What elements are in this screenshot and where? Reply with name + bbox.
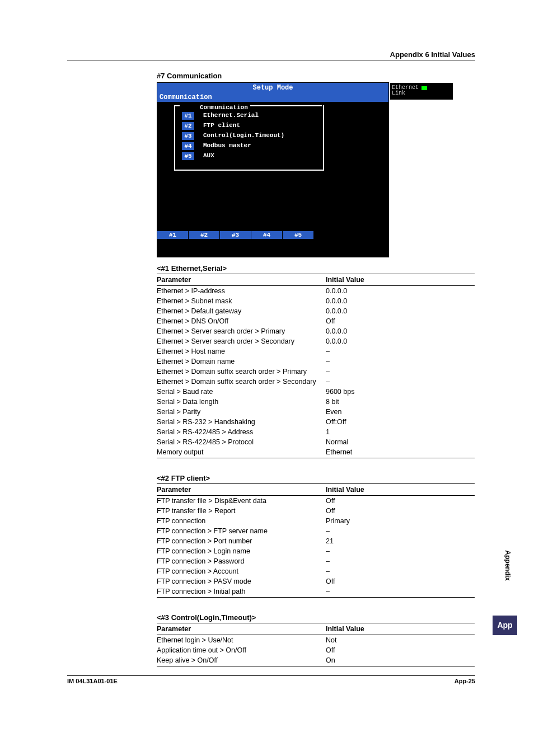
menu-legend: Communication [198,104,250,111]
table-row: FTP connection > Initial path– [157,586,475,598]
cell-value: – [326,356,475,367]
cell-parameter: Application time out > On/Off [157,645,326,655]
cell-parameter: FTP connection > FTP server name [157,526,326,536]
cell-value: 8 bit [326,397,475,407]
table-row: FTP connection > PASV modeOff [157,576,475,586]
cell-value: Off [326,316,475,326]
cell-parameter: Serial > Data length [157,397,326,407]
table-row: Ethernet > Server search order > Seconda… [157,336,475,346]
cell-parameter: Ethernet > Subnet mask [157,296,326,306]
cell-value: Primary [326,516,475,526]
cell-parameter: Ethernet > Host name [157,346,326,356]
table-row: Serial > ParityEven [157,407,475,417]
parameters-table: ParameterInitial ValueEthernet login > U… [157,623,475,666]
cell-value: Off:Off [326,417,475,427]
menu-item[interactable]: #1Ethernet.Serial [182,112,284,122]
cell-parameter: FTP connection > Password [157,556,326,566]
table-row: Ethernet > Host name– [157,346,475,356]
table-row: Serial > Data length8 bit [157,397,475,407]
table-row: FTP connection > Login name– [157,546,475,556]
cell-value: – [326,566,475,576]
cell-value: 0.0.0.0 [326,326,475,336]
section-title: #7 Communication [157,72,475,80]
setup-mode-screenshot: Setup Mode Ethernet Link Communication C… [157,82,389,257]
cell-value: Off [326,496,475,506]
page-footer: IM 04L31A01-01E App-25 [67,675,475,684]
side-appendix-label: Appendix [504,550,512,581]
menu-item[interactable]: #2FTP client [182,122,284,132]
doc-id: IM 04L31A01-01E [67,678,118,684]
softkey[interactable]: #2 [189,231,220,239]
subsection-title: <#3 Control(Login,Timeout)> [157,613,475,622]
table-row: FTP transfer file > ReportOff [157,506,475,516]
cell-value: 1 [326,427,475,437]
cell-value: 21 [326,536,475,546]
menu-item-num: #2 [182,122,194,130]
ethernet-link-indicator: Ethernet Link [390,83,453,100]
table-row: Ethernet > IP-address0.0.0.0 [157,286,475,297]
table-row: Serial > RS-422/485 > Address1 [157,427,475,437]
softkey[interactable]: #5 [283,231,314,239]
cell-parameter: Ethernet > Default gateway [157,306,326,316]
cell-parameter: FTP connection > Port number [157,536,326,546]
cell-value: 9600 bps [326,387,475,397]
cell-parameter: FTP connection > PASV mode [157,576,326,586]
cell-parameter: Keep alive > On/Off [157,655,326,666]
col-initial-value: Initial Value [326,484,475,496]
cell-parameter: FTP connection > Initial path [157,586,326,598]
table-row: Keep alive > On/OffOn [157,655,475,666]
table-row: FTP transfer file > Disp&Event dataOff [157,496,475,506]
menu-item-num: #1 [182,112,194,120]
cell-value: Off [326,576,475,586]
table-row: FTP connection > Account– [157,566,475,576]
cell-value: On [326,655,475,666]
cell-value: – [326,546,475,556]
parameters-table: ParameterInitial ValueEthernet > IP-addr… [157,274,475,458]
menu-item-label: AUX [203,152,214,162]
col-parameter: Parameter [157,274,326,286]
cell-parameter: Ethernet > Domain suffix search order > … [157,377,326,387]
cell-value: – [326,526,475,536]
running-header: Appendix 6 Initial Values [67,50,475,60]
cell-parameter: Ethernet > Domain suffix search order > … [157,367,326,377]
menu-item-num: #4 [182,142,194,150]
link-led-icon [421,86,427,90]
cell-parameter: FTP connection > Login name [157,546,326,556]
subsection-title: <#2 FTP client> [157,474,475,482]
menu-item-label: FTP client [203,122,240,132]
cell-value: – [326,556,475,566]
subsection-title: <#1 Ethernet,Serial> [157,264,475,273]
menu-item-num: #3 [182,132,194,140]
table-row: Serial > Baud rate9600 bps [157,387,475,397]
cell-value: Off [326,506,475,516]
cell-value: 0.0.0.0 [326,336,475,346]
col-parameter: Parameter [157,623,326,635]
table-row: Serial > RS-232 > HandshakingOff:Off [157,417,475,427]
menu-item[interactable]: #3Control(Login.Timeout) [182,132,284,142]
cell-parameter: Ethernet > IP-address [157,286,326,297]
cell-parameter: FTP transfer file > Disp&Event data [157,496,326,506]
cell-value: Off [326,645,475,655]
cell-parameter: FTP transfer file > Report [157,506,326,516]
menu-item[interactable]: #4Modbus master [182,142,284,152]
menu-item[interactable]: #5AUX [182,152,284,162]
cell-parameter: Ethernet > DNS On/Off [157,316,326,326]
table-row: Memory outputEthernet [157,447,475,458]
menu-item-label: Control(Login.Timeout) [203,132,284,142]
menu-item-num: #5 [182,152,194,160]
softkey[interactable]: #4 [251,231,283,239]
table-row: FTP connection > FTP server name– [157,526,475,536]
menu-item-label: Modbus master [203,142,251,152]
cell-value: – [326,377,475,387]
softkey[interactable]: #1 [157,231,189,239]
cell-parameter: Serial > RS-422/485 > Protocol [157,437,326,447]
softkey[interactable]: #3 [220,231,251,239]
table-row: Ethernet > Subnet mask0.0.0.0 [157,296,475,306]
cell-parameter: Serial > Parity [157,407,326,417]
communication-bar: Communication [157,93,388,102]
table-row: Ethernet > Default gateway0.0.0.0 [157,306,475,316]
cell-parameter: Ethernet login > Use/Not [157,635,326,646]
side-app-tab: App [493,616,517,635]
cell-value: Normal [326,437,475,447]
cell-parameter: Serial > Baud rate [157,387,326,397]
